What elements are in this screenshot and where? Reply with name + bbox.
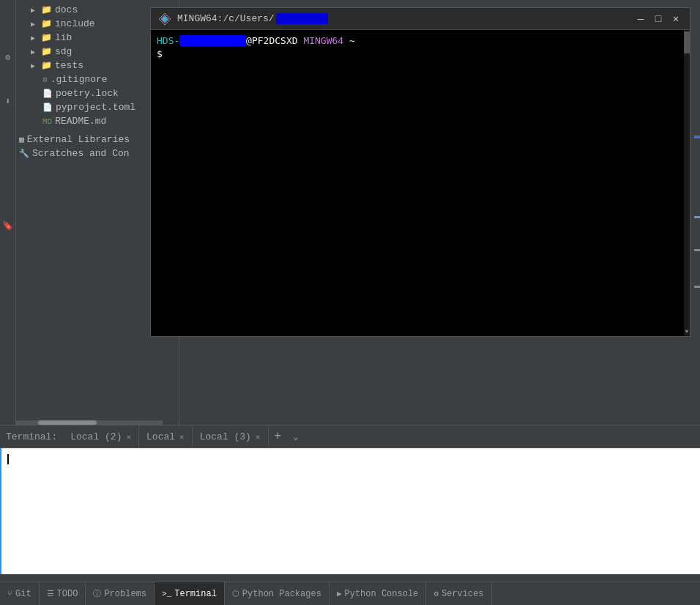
terminal-cursor-line: $ [157, 48, 684, 61]
terminal-body[interactable]: HDS-blurred@PF2DCSXD MINGW64 ~ $ ▼ [151, 30, 690, 336]
folder-icon: 📁 [41, 18, 52, 29]
terminal-hostname: HDS-blurred [157, 35, 246, 46]
arrow-icon: ▶ [31, 48, 38, 56]
terminal-icon: >_ [162, 590, 171, 598]
arrow-icon: ▶ [31, 34, 38, 42]
add-tab-button[interactable]: + [269, 427, 288, 446]
close-button[interactable]: ✕ [669, 12, 682, 26]
arrow-icon: ▶ [31, 20, 38, 29]
right-hint-bar-1 [694, 136, 700, 138]
arrow-icon: ▶ [31, 6, 38, 15]
services-icon: ⚙ [433, 589, 439, 598]
chart-icon: ▦ [19, 135, 24, 144]
status-python-packages[interactable]: ⬡ Python Packages [225, 582, 329, 605]
file-icon: 📄 [42, 89, 53, 98]
terminal-scrollbar-thumb[interactable] [684, 31, 690, 53]
terminal-tab-local2[interactable]: Local (2) ✕ [63, 426, 139, 448]
terminal-window: MINGW64:/c/Users/user — □ ✕ HDS-blurred@… [150, 7, 690, 337]
file-icon: MD [42, 117, 52, 126]
tab-close-local2[interactable]: ✕ [126, 432, 131, 442]
tab-dropdown-button[interactable]: ⌄ [287, 428, 304, 445]
file-icon: ⚙ [42, 75, 48, 84]
folder-icon: 📁 [41, 46, 52, 57]
mingw-logo [158, 12, 171, 26]
python-console-icon: ▶ [337, 589, 342, 598]
minimize-button[interactable]: — [634, 12, 647, 26]
folder-icon: 📁 [41, 60, 52, 71]
arrow-icon: ▶ [31, 62, 38, 70]
pull-requests-icon[interactable]: ⬇ [2, 95, 14, 107]
file-icon: 📄 [42, 103, 53, 112]
git-icon: ⑂ [7, 590, 12, 598]
status-services[interactable]: ⚙ Services [426, 582, 491, 605]
left-icon-strip: ⚙ ⬇ 🔖 [0, 0, 16, 425]
status-bar: ⑂ Git ☰ TODO ⓘ Problems >_ Terminal ⬡ Py… [0, 582, 700, 605]
status-python-console[interactable]: ▶ Python Console [329, 582, 426, 605]
folder-icon: 📁 [41, 32, 52, 43]
terminal-tab-local[interactable]: Local ✕ [139, 426, 193, 448]
scroll-down-icon[interactable]: ▼ [684, 326, 690, 336]
terminal-content[interactable] [0, 448, 700, 574]
terminal-window-title: MINGW64:/c/Users/user [177, 13, 630, 24]
terminal-cursor [168, 50, 170, 60]
terminal-prompt-line: HDS-blurred@PF2DCSXD MINGW64 ~ [157, 34, 684, 48]
status-git[interactable]: ⑂ Git [0, 582, 40, 605]
scratches-icon: 🔧 [19, 149, 29, 158]
terminal-tab-label: Terminal: [6, 431, 57, 442]
gear-icon[interactable]: ⚙ [2, 51, 14, 63]
tab-close-local[interactable]: ✕ [179, 432, 185, 442]
todo-icon: ☰ [47, 589, 54, 598]
folder-icon: 📁 [41, 4, 52, 15]
python-packages-icon: ⬡ [232, 589, 239, 598]
bookmark-icon[interactable]: 🔖 [2, 220, 14, 231]
status-todo[interactable]: ☰ TODO [40, 582, 86, 605]
terminal-scrollbar[interactable]: ▼ [684, 30, 690, 336]
right-hint-bar-4 [694, 286, 700, 288]
status-terminal[interactable]: >_ Terminal [154, 582, 225, 605]
content-cursor [7, 454, 9, 464]
tab-close-local3[interactable]: ✕ [256, 432, 261, 442]
status-problems[interactable]: ⓘ Problems [86, 582, 154, 605]
right-hint-bar-2 [694, 216, 700, 218]
problems-icon: ⓘ [93, 588, 101, 599]
right-hint-bar-3 [694, 249, 700, 251]
terminal-tab-local3[interactable]: Local (3) ✕ [193, 426, 269, 448]
terminal-titlebar: MINGW64:/c/Users/user — □ ✕ [151, 8, 690, 30]
maximize-button[interactable]: □ [652, 12, 665, 26]
terminal-tabbar: Terminal: Local (2) ✕ Local ✕ Local (3) … [0, 425, 700, 448]
